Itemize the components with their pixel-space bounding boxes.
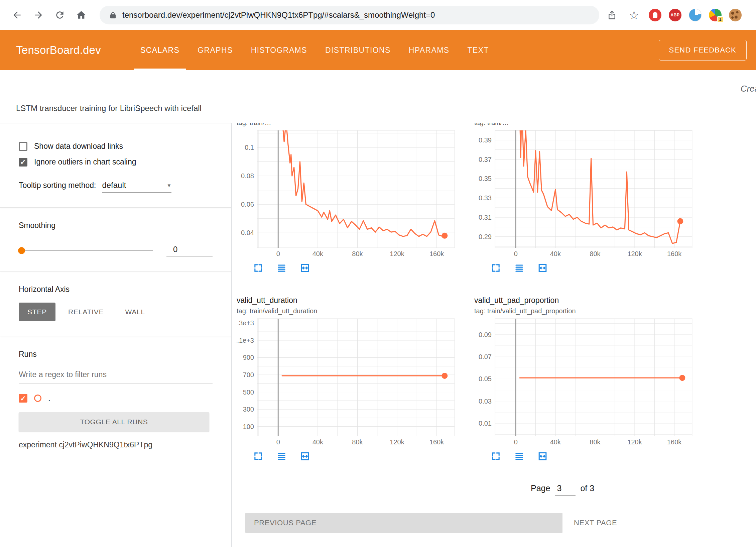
show-download-links-checkbox[interactable]: Show data download links: [19, 142, 213, 151]
share-icon[interactable]: [605, 8, 619, 22]
ignore-outliers-checkbox[interactable]: Ignore outliers in chart scaling: [19, 157, 213, 167]
page-of-label: of 3: [580, 483, 594, 493]
svg-text:80k: 80k: [590, 438, 601, 446]
svg-text:160k: 160k: [667, 438, 682, 446]
run-data-list-icon[interactable]: [275, 449, 288, 463]
fit-domain-icon[interactable]: [536, 449, 549, 463]
tooltip-sorting-value: default: [102, 181, 126, 190]
experiment-id-label: experiment cj2vtPiwQHKN9Q1tx6PTpg: [19, 440, 213, 449]
run-data-list-icon[interactable]: [512, 449, 526, 463]
lock-icon: [109, 11, 117, 19]
cookie-extension-icon[interactable]: [729, 9, 742, 21]
svg-text:120k: 120k: [627, 438, 642, 446]
scalars-dashboard: … tag: train/… 040k80k120k160k0.040.060.…: [232, 123, 756, 547]
chart-card: valid_utt_duration tag: train/valid_utt_…: [237, 295, 471, 463]
run-name: .: [48, 394, 50, 403]
scalar-line-chart[interactable]: 040k80k120k160k1003005007009001.1e+31.3e…: [237, 318, 457, 447]
smoothing-value-input[interactable]: [166, 244, 213, 256]
fit-domain-icon[interactable]: [536, 261, 549, 275]
svg-text:0.03: 0.03: [479, 398, 492, 405]
chart-title: valid_utt_duration: [237, 295, 471, 306]
svg-text:40k: 40k: [312, 438, 324, 446]
scalar-line-chart[interactable]: 040k80k120k160k0.010.030.050.070.09: [474, 318, 695, 447]
reload-button[interactable]: [52, 7, 68, 23]
svg-text:0.29: 0.29: [479, 233, 492, 240]
svg-text:0.05: 0.05: [479, 375, 492, 382]
subheader: Crea LSTM transducer training for LibriS…: [0, 70, 756, 123]
chart-card: … tag: train/… 040k80k120k160k0.040.060.…: [237, 123, 471, 275]
fit-domain-icon[interactable]: [298, 261, 311, 275]
browser-chrome: tensorboard.dev/experiment/cj2vtPiwQHKN9…: [0, 0, 756, 30]
scalar-line-chart[interactable]: 040k80k120k160k0.290.310.330.350.370.39: [474, 130, 695, 258]
fit-domain-icon[interactable]: [298, 449, 311, 463]
svg-text:40k: 40k: [550, 438, 561, 446]
extension-icon[interactable]: [689, 9, 702, 21]
svg-text:0.37: 0.37: [479, 156, 492, 163]
tooltip-sorting-select[interactable]: default ▼: [102, 181, 171, 193]
tab-distributions[interactable]: DISTRIBUTIONS: [325, 30, 391, 70]
home-button[interactable]: [74, 7, 89, 23]
runs-label: Runs: [19, 350, 213, 359]
svg-text:0.39: 0.39: [479, 136, 492, 144]
page-label: Page: [531, 483, 550, 493]
svg-text:1.1e+3: 1.1e+3: [237, 337, 254, 344]
checkbox-checked-icon[interactable]: [19, 158, 27, 167]
send-feedback-button[interactable]: SEND FEEDBACK: [659, 40, 747, 61]
svg-text:120k: 120k: [390, 438, 404, 446]
divider: [0, 207, 231, 208]
svg-text:120k: 120k: [627, 250, 642, 257]
divider: [0, 271, 231, 271]
adblock-extension-icon[interactable]: [649, 9, 661, 21]
toggle-all-runs-button[interactable]: TOGGLE ALL RUNS: [19, 412, 209, 432]
smoothing-slider[interactable]: [19, 247, 153, 254]
axis-wall-button[interactable]: WALL: [116, 303, 154, 321]
tab-hparams[interactable]: HPARAMS: [409, 30, 450, 70]
svg-text:0.01: 0.01: [479, 420, 492, 427]
app-logo[interactable]: TensorBoard.dev: [16, 44, 101, 57]
address-bar[interactable]: tensorboard.dev/experiment/cj2vtPiwQHKN9…: [100, 6, 599, 24]
runs-filter-input[interactable]: [19, 368, 213, 384]
tab-text[interactable]: TEXT: [468, 30, 489, 70]
expand-chart-icon[interactable]: [489, 449, 502, 463]
run-color-swatch-icon: [34, 395, 41, 402]
run-data-list-icon[interactable]: [275, 261, 288, 275]
chart-card: … tag: train/… 040k80k120k160k0.290.310.…: [474, 123, 709, 275]
axis-relative-button[interactable]: RELATIVE: [59, 303, 112, 321]
chart-title: valid_utt_pad_proportion: [474, 295, 709, 306]
star-icon[interactable]: ☆: [627, 8, 641, 22]
forward-button[interactable]: [31, 7, 46, 23]
svg-text:40k: 40k: [550, 250, 561, 257]
url-text[interactable]: tensorboard.dev/experiment/cj2vtPiwQHKN9…: [122, 10, 435, 20]
abp-extension-icon[interactable]: ABP: [669, 9, 681, 21]
next-page-button[interactable]: NEXT PAGE: [574, 519, 617, 527]
expand-chart-icon[interactable]: [489, 261, 502, 275]
previous-page-button[interactable]: PREVIOUS PAGE: [245, 513, 562, 533]
svg-text:0.07: 0.07: [479, 353, 492, 360]
experiment-title: LSTM transducer training for LibriSpeech…: [16, 104, 202, 113]
svg-text:0: 0: [276, 250, 280, 257]
tab-graphs[interactable]: GRAPHS: [198, 30, 233, 70]
chart-tag: tag: train/…: [474, 123, 709, 128]
back-button[interactable]: [9, 7, 25, 23]
svg-text:0.1: 0.1: [245, 144, 254, 151]
run-data-list-icon[interactable]: [512, 261, 526, 275]
svg-text:700: 700: [243, 371, 254, 378]
expand-chart-icon[interactable]: [251, 261, 265, 275]
tab-histograms[interactable]: HISTOGRAMS: [251, 30, 307, 70]
profile-avatar[interactable]: 1: [709, 9, 722, 21]
divider: [0, 336, 231, 336]
slider-thumb[interactable]: [18, 247, 25, 254]
page-number-input[interactable]: [555, 483, 576, 496]
tab-scalars[interactable]: SCALARS: [140, 30, 179, 70]
scalar-line-chart[interactable]: 040k80k120k160k0.040.060.080.1: [237, 130, 457, 258]
svg-text:0.06: 0.06: [241, 201, 254, 208]
slider-track[interactable]: [19, 250, 153, 251]
checkbox-label: Ignore outliers in chart scaling: [34, 157, 136, 167]
svg-text:0.09: 0.09: [479, 331, 492, 338]
run-checkbox[interactable]: [19, 394, 27, 403]
checkbox-box-icon[interactable]: [19, 142, 27, 151]
axis-step-button[interactable]: STEP: [19, 303, 55, 321]
run-list-item[interactable]: .: [19, 394, 213, 403]
expand-chart-icon[interactable]: [251, 449, 265, 463]
chart-tag: tag: train/valid_utt_duration: [237, 306, 471, 316]
